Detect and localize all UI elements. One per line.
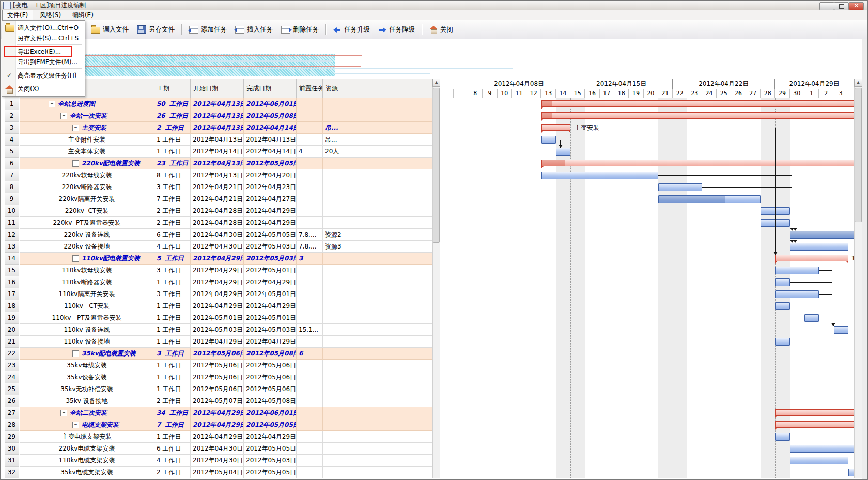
row-number[interactable]: 8: [5, 181, 19, 193]
task-bar[interactable]: [775, 302, 789, 310]
table-row[interactable]: 110kv PT及避雷器安装1 工作日2012年05月01日2012年05月01…: [20, 312, 432, 324]
task-bar[interactable]: [790, 445, 854, 453]
highlight-parent-tasks[interactable]: ✓高亮显示父级任务(H): [3, 70, 83, 81]
collapse-toggle-icon[interactable]: −: [72, 125, 79, 131]
row-number[interactable]: 23: [5, 360, 19, 371]
menu-file[interactable]: 文件(F): [2, 10, 33, 21]
table-row[interactable]: 110kv 设备连线1 工作日2012年05月03日2012年05月03日15,…: [20, 324, 432, 336]
row-number[interactable]: 31: [5, 455, 19, 467]
table-row[interactable]: 35kv电缆支架安装2 工作日2012年05月04日2012年05月05日: [20, 467, 432, 478]
table-row[interactable]: 220kv 设备连线6 工作日2012年04月30日2012年05月05日7,8…: [20, 229, 432, 241]
collapse-toggle-icon[interactable]: −: [72, 422, 79, 428]
row-number[interactable]: 21: [5, 336, 19, 348]
row-number[interactable]: 3: [5, 122, 19, 134]
row-number[interactable]: 32: [5, 467, 19, 478]
task-bar[interactable]: [775, 278, 789, 286]
collapse-toggle-icon[interactable]: −: [72, 350, 79, 357]
close-button-toolbar[interactable]: 关闭: [425, 23, 457, 36]
scroll-up-icon[interactable]: ▲: [432, 79, 440, 87]
table-row[interactable]: 220kv PT及避雷器安装2 工作日2012年04月28日2012年04月29…: [20, 217, 432, 229]
table-row[interactable]: −电缆支架安装7 工作日2012年04月29日2012年05月05日: [20, 419, 432, 431]
task-bar[interactable]: [775, 433, 789, 441]
task-bar[interactable]: [658, 195, 761, 203]
table-row[interactable]: −全站总进度图50 工作日2012年04月13日2012年06月01日: [20, 98, 432, 110]
menu-edit[interactable]: 编辑(E): [68, 10, 98, 20]
gantt-scrollbar-thumb[interactable]: [855, 88, 862, 222]
table-row[interactable]: 220kv 设备接地4 工作日2012年04月30日2012年05月03日7,8…: [20, 241, 432, 253]
import-file-button[interactable]: 调入文件: [87, 23, 133, 36]
task-promote-button[interactable]: 任务升级: [329, 23, 374, 36]
table-row[interactable]: 110kv CT安装1 工作日2012年04月29日2012年04月29日: [20, 300, 432, 312]
table-row[interactable]: 110kv软母线安装3 工作日2012年04月29日2012年05月01日: [20, 265, 432, 276]
row-number[interactable]: 9: [5, 193, 19, 205]
import-file[interactable]: 调入文件(O)...Ctrl+O: [3, 23, 83, 33]
task-demote-button[interactable]: 任务降级: [374, 23, 419, 36]
row-number[interactable]: 7: [5, 169, 19, 181]
save-as-file[interactable]: 另存文件(S)...Ctrl+S: [3, 33, 83, 43]
row-number[interactable]: 14: [5, 253, 19, 265]
maximize-button[interactable]: [834, 2, 849, 10]
table-row[interactable]: 220kv断路器安装3 工作日2012年04月21日2012年04月23日: [20, 181, 432, 193]
collapse-toggle-icon[interactable]: −: [60, 410, 67, 416]
collapse-toggle-icon[interactable]: −: [72, 160, 79, 167]
row-number[interactable]: 13: [5, 241, 19, 253]
row-number[interactable]: 18: [5, 300, 19, 312]
row-number[interactable]: 10: [5, 205, 19, 217]
table-row[interactable]: −全站二次安装34 工作日2012年04月29日2012年06月01日: [20, 407, 432, 419]
table-row[interactable]: 主变本体安装1 工作日2012年04月14日2012年04月14日420人: [20, 146, 432, 158]
summary-bar[interactable]: [541, 112, 855, 119]
summary-bar[interactable]: [775, 409, 854, 416]
row-number[interactable]: 29: [5, 431, 19, 443]
summary-bar[interactable]: [541, 124, 571, 131]
row-number[interactable]: 6: [5, 158, 19, 169]
table-row[interactable]: −35kv配电装置安装3 工作日2012年05月06日2012年05月08日6: [20, 348, 432, 360]
summary-bar[interactable]: [541, 160, 855, 166]
task-bar[interactable]: [541, 136, 556, 144]
close-icon[interactable]: ×: [849, 2, 864, 10]
row-number[interactable]: 12: [5, 229, 19, 241]
table-row[interactable]: 主变电缆支架安装1 工作日2012年04月29日2012年04月29日: [20, 431, 432, 443]
row-number[interactable]: 5: [5, 146, 19, 158]
collapse-toggle-icon[interactable]: −: [60, 113, 67, 119]
task-bar[interactable]: [790, 231, 854, 239]
table-row[interactable]: −主变安装2 工作日2012年04月13日2012年04月14日吊...: [20, 122, 432, 134]
export-excel[interactable]: 导出Excel(E)...: [3, 47, 83, 57]
table-row[interactable]: 220kv隔离开关安装7 工作日2012年04月21日2012年04月27日: [20, 193, 432, 205]
task-bar[interactable]: [790, 457, 848, 464]
row-number[interactable]: 30: [5, 443, 19, 455]
row-number[interactable]: 26: [5, 395, 19, 407]
table-row[interactable]: 35kv设备安装1 工作日2012年05月06日2012年05月06日: [20, 371, 432, 383]
table-row[interactable]: −220kv配电装置安装23 工作日2012年04月13日2012年05月05日: [20, 158, 432, 169]
delete-task-button[interactable]: 删除任务: [277, 23, 323, 36]
table-row[interactable]: 35kv 设备接地2 工作日2012年05月07日2012年05月08日: [20, 395, 432, 407]
row-number[interactable]: 28: [5, 419, 19, 431]
task-bar[interactable]: [541, 172, 658, 179]
task-bar[interactable]: [775, 290, 819, 298]
table-row[interactable]: 110kv 设备接地1 工作日2012年04月29日2012年04月29日: [20, 336, 432, 348]
export-emf[interactable]: 导出到EMF文件(M)...: [3, 57, 83, 67]
row-number[interactable]: 1: [5, 98, 19, 110]
row-number[interactable]: 4: [5, 134, 19, 146]
table-row[interactable]: 主变附件安装1 工作日2012年04月13日2012年04月13日吊...: [20, 134, 432, 146]
table-row[interactable]: 35kv无功补偿安装1 工作日2012年05月06日2012年05月06日: [20, 383, 432, 395]
table-row[interactable]: 110kv断路器安装1 工作日2012年04月29日2012年04月29日: [20, 276, 432, 288]
row-number[interactable]: 15: [5, 265, 19, 276]
table-row[interactable]: 110kv电缆支架安装4 工作日2012年04月30日2012年05月03日: [20, 455, 432, 467]
table-row[interactable]: −全站一次安装26 工作日2012年04月13日2012年05月08日: [20, 110, 432, 122]
table-row[interactable]: 35kv母线安装1 工作日2012年05月06日2012年05月06日: [20, 360, 432, 371]
summary-bar[interactable]: [775, 421, 854, 428]
row-number[interactable]: 11: [5, 217, 19, 229]
collapse-toggle-icon[interactable]: −: [49, 101, 55, 107]
overview-selection-region[interactable]: [54, 54, 335, 76]
row-number[interactable]: 24: [5, 371, 19, 383]
task-bar[interactable]: [658, 183, 702, 191]
summary-bar[interactable]: [541, 100, 855, 107]
task-bar[interactable]: [804, 314, 819, 322]
table-scrollbar-thumb[interactable]: [433, 88, 440, 243]
table-row[interactable]: 220kv软母线安装8 工作日2012年04月13日2012年04月20日: [20, 169, 432, 181]
row-number[interactable]: 25: [5, 383, 19, 395]
table-row[interactable]: 220kv CT安装2 工作日2012年04月28日2012年04月29日: [20, 205, 432, 217]
task-bar[interactable]: [834, 326, 848, 334]
task-bar[interactable]: [556, 148, 570, 156]
row-number[interactable]: 20: [5, 324, 19, 336]
